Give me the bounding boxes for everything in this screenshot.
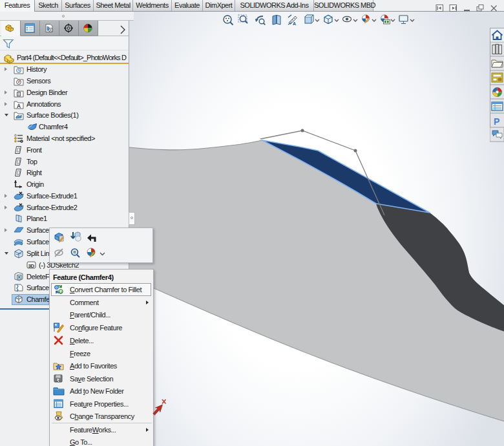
svg-text:P: P — [494, 116, 499, 127]
svg-text:A: A — [17, 103, 21, 109]
svg-text:A: A — [293, 21, 296, 26]
svg-text:3D: 3D — [28, 263, 35, 269]
